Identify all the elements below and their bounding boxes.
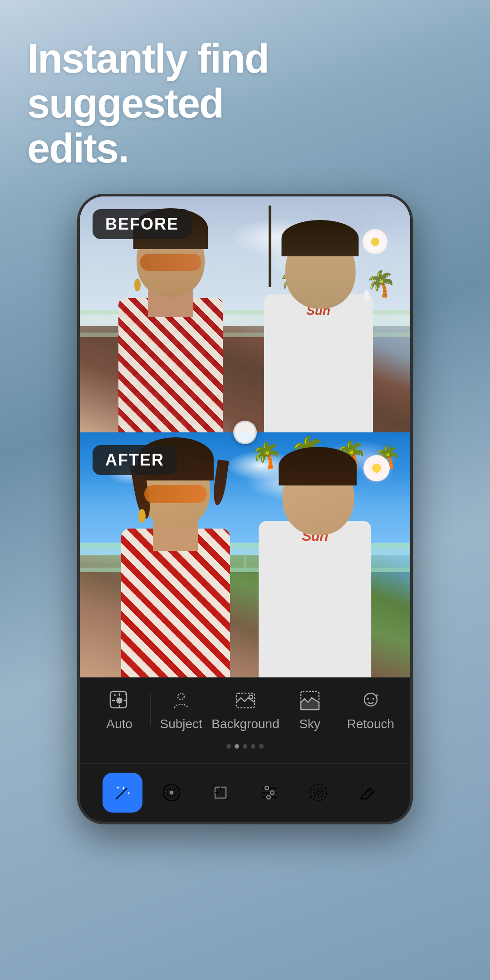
retouch-icon <box>359 689 382 712</box>
nav-erase-button[interactable] <box>348 773 387 813</box>
nav-adjust-button[interactable] <box>250 773 289 813</box>
after-label: AFTER <box>93 445 177 475</box>
nav-filter-button[interactable] <box>152 773 191 813</box>
edit-toolbar: Auto Subject <box>80 677 410 763</box>
subject-label: Subject <box>160 717 202 731</box>
erase-icon <box>358 783 377 803</box>
before-photo: 🌴 🌴 🌴 <box>80 196 410 432</box>
svg-point-24 <box>310 784 327 801</box>
comparison-handle[interactable] <box>233 421 257 444</box>
svg-point-13 <box>372 698 374 700</box>
nav-crop-button[interactable] <box>201 773 240 813</box>
selective-icon <box>309 783 328 803</box>
svg-point-22 <box>270 791 274 794</box>
retouch-label: Retouch <box>347 717 394 731</box>
svg-point-6 <box>125 694 127 695</box>
headline-line2: suggested edits. <box>27 81 223 171</box>
background-label: Background <box>211 717 279 731</box>
toolbar-item-sky[interactable]: Sky <box>279 689 340 731</box>
dot-4 <box>251 744 255 749</box>
auto-icon <box>108 689 131 712</box>
bottom-nav <box>80 763 410 822</box>
dot-1 <box>226 744 231 749</box>
svg-point-21 <box>265 786 269 790</box>
svg-point-5 <box>114 694 116 696</box>
background-icon <box>234 689 257 712</box>
crop-icon <box>211 783 230 803</box>
headline-line1: Instantly find <box>27 36 269 81</box>
sky-label: Sky <box>299 717 320 731</box>
sky-icon <box>298 689 322 712</box>
toolbar-item-retouch[interactable]: Retouch <box>340 689 401 731</box>
svg-point-9 <box>249 695 253 699</box>
svg-point-26 <box>317 791 320 794</box>
auto-label: Auto <box>106 717 132 731</box>
subject-icon <box>169 689 193 712</box>
sliders-icon <box>260 783 279 803</box>
before-label: BEFORE <box>93 209 191 239</box>
svg-point-25 <box>314 788 323 797</box>
dot-5 <box>259 744 264 749</box>
magic-wand-icon <box>113 783 132 803</box>
svg-point-12 <box>367 698 369 700</box>
dot-3 <box>243 744 247 749</box>
svg-point-7 <box>178 693 184 700</box>
nav-selective-button[interactable] <box>299 773 338 813</box>
headline: Instantly find suggested edits. <box>27 36 318 194</box>
filter-circle-icon <box>162 783 181 803</box>
svg-point-23 <box>267 795 270 799</box>
toolbar-item-subject[interactable]: Subject <box>151 689 211 731</box>
toolbar-item-background[interactable]: Background <box>211 689 279 731</box>
phone-mockup: 🌴 🌴 🌴 <box>77 194 413 824</box>
svg-point-11 <box>364 693 377 706</box>
after-photo: 🌴 🌴 🌴 🌴 <box>80 432 410 677</box>
nav-magic-button[interactable] <box>103 773 142 813</box>
toolbar-item-auto[interactable]: Auto <box>89 689 150 731</box>
scroll-indicators <box>89 739 401 754</box>
photo-comparison: 🌴 🌴 🌴 <box>80 196 410 677</box>
dot-2 <box>235 744 239 749</box>
svg-point-16 <box>170 791 173 794</box>
